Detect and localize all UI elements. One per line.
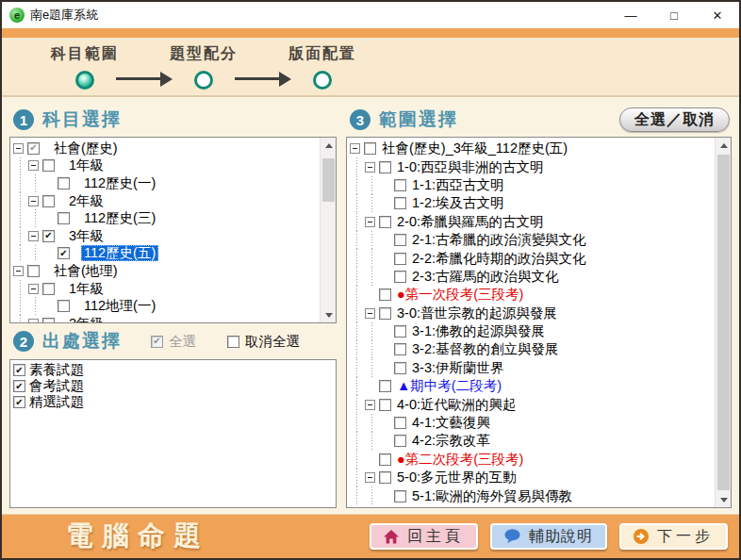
collapse-icon[interactable] [28,160,39,171]
collapse-icon[interactable] [365,472,375,483]
tree-item[interactable]: 2-2:希臘化時期的政治與文化 [350,249,731,267]
scrollbar[interactable] [320,138,336,322]
collapse-icon[interactable] [28,196,39,206]
list-item[interactable]: ✔會考試題 [13,378,336,394]
checkbox[interactable] [42,195,55,207]
tree-label[interactable]: 社會(地理) [51,263,121,279]
checkbox[interactable] [58,212,70,224]
tree-label[interactable]: 2年級 [66,193,107,209]
tree-label[interactable]: 2-1:古希臘的政治演變與文化 [409,232,589,248]
tree-item[interactable]: 5-1:歐洲的海外貿易與傳教 [350,486,731,504]
collapse-icon[interactable] [365,400,375,410]
checkbox[interactable] [364,142,376,155]
tree-item[interactable]: 2年級 [13,315,336,323]
checkbox[interactable] [394,435,406,447]
scroll-down-icon[interactable] [716,492,732,507]
tree-item[interactable]: 112歷史(一) [13,174,336,192]
tree-item[interactable]: 2-0:希臘與羅馬的古文明 [350,213,731,231]
tree-label[interactable]: 3-0:普世宗教的起源與發展 [394,305,560,321]
tree-item[interactable]: 1年級 [13,157,336,175]
tree-item[interactable]: 5-0:多元世界的互動 [350,469,731,486]
checkbox[interactable] [42,159,55,172]
tree-label[interactable]: 4-1:文藝復興 [409,415,493,431]
tree-label[interactable]: 5-1:歐洲的海外貿易與傳教 [409,488,575,504]
tree-label[interactable]: 1-1:西亞古文明 [409,177,507,193]
tree-item[interactable]: 3-0:普世宗教的起源與發展 [350,305,731,322]
tree-label[interactable]: 1年級 [66,281,107,297]
home-button[interactable]: 回主頁 [370,523,478,550]
checkbox[interactable] [379,307,391,320]
tree-label[interactable]: 112歷史(三) [81,210,158,226]
checkbox[interactable] [379,380,391,392]
checkbox[interactable] [379,161,391,173]
tree-item[interactable]: ✔社會(歷史) [13,140,336,157]
tree-label[interactable]: 4-0:近代歐洲的興起 [394,397,519,413]
checkbox[interactable] [394,271,406,283]
tree-item[interactable]: 社會(歷史)_3年級_112歷史(五) [350,140,731,157]
checkbox[interactable]: ✔ [27,142,40,155]
tree-item[interactable]: ●第一次段考(三段考) [350,286,731,304]
tree-item[interactable]: 2-1:古希臘的政治演變與文化 [350,231,731,249]
checkbox[interactable]: ✔ [13,396,25,408]
tree-label[interactable]: 社會(歷史) [51,140,121,156]
step-layout-config[interactable]: 版面配置 [288,44,356,90]
tree-label[interactable]: 4-2:宗教改革 [409,433,493,449]
scroll-up-icon[interactable] [321,138,337,153]
step-question-allocation[interactable]: 題型配分 [170,44,238,90]
checkbox[interactable] [394,343,406,355]
scroll-up-icon[interactable] [716,138,732,153]
checkbox[interactable] [394,362,406,374]
tree-item[interactable]: 2-3:古羅馬的政治與文化 [350,268,731,286]
checkbox[interactable] [379,399,391,411]
checkbox[interactable]: ✔ [13,364,25,376]
tree-label[interactable]: 2-3:古羅馬的政治與文化 [409,269,562,285]
list-item[interactable]: ✔素養試題 [13,362,336,378]
checkbox[interactable] [227,336,239,348]
scrollbar-thumb[interactable] [322,158,335,202]
checkbox[interactable] [394,417,406,429]
tree-item[interactable]: 1-0:西亞與非洲的古文明 [350,157,731,175]
checkbox[interactable]: ✔ [151,336,163,348]
tree-label[interactable]: 3-3:伊斯蘭世界 [409,360,507,376]
step-subject-range[interactable]: 科目範圍 [51,44,119,90]
collapse-icon[interactable] [13,143,24,154]
tree-label[interactable]: ●第一次段考(三段考) [394,287,526,303]
tree-item[interactable]: 112歷史(三) [13,209,336,227]
tree-label[interactable]: 112地理(一) [81,298,158,314]
tree-item[interactable]: 4-2:宗教改革 [350,432,731,450]
select-all-toggle-button[interactable]: 全選／取消 [619,107,730,132]
select-all-checkbox[interactable]: ✔ 全選 [151,333,196,351]
tree-label[interactable]: 3年級 [66,228,107,244]
checkbox[interactable]: ✔ [13,380,25,392]
checkbox[interactable] [379,453,391,466]
checkbox[interactable] [394,197,406,209]
checkbox[interactable] [394,490,406,502]
help-button[interactable]: 輔助說明 [490,523,607,550]
tree-item[interactable]: 1-1:西亞古文明 [350,176,731,194]
collapse-icon[interactable] [13,266,24,276]
tree-item[interactable]: 2年級 [13,192,336,210]
tree-label[interactable]: 1年級 [66,157,107,173]
tree-label[interactable]: 2-2:希臘化時期的政治與文化 [409,251,589,267]
collapse-icon[interactable] [28,231,39,241]
checkbox[interactable] [379,471,391,484]
checkbox[interactable] [394,325,406,338]
checkbox[interactable]: ✔ [42,230,55,242]
next-step-button[interactable]: 下一步 [619,523,728,550]
tree-item[interactable]: 3-3:伊斯蘭世界 [350,359,731,377]
list-item[interactable]: ✔精選試題 [13,394,336,410]
minimize-button[interactable]: — [609,2,652,28]
tree-item[interactable]: 3-2:基督教的創立與發展 [350,340,731,358]
tree-label[interactable]: ●第二次段考(三段考) [394,452,526,468]
checkbox[interactable] [58,177,70,189]
tree-item[interactable]: 4-1:文藝復興 [350,414,731,432]
tree-item[interactable]: ●第二次段考(三段考) [350,451,731,469]
tree-label[interactable]: ▲期中考(二段考) [394,378,504,394]
collapse-icon[interactable] [365,217,375,227]
maximize-button[interactable]: □ [652,2,696,28]
tree-label[interactable]: 5-0:多元世界的互動 [394,469,519,486]
tree-item[interactable]: 3-1:佛教的起源與發展 [350,322,731,340]
scrollbar-thumb[interactable] [717,155,730,490]
checkbox[interactable] [394,234,406,246]
checkbox[interactable] [27,265,40,277]
